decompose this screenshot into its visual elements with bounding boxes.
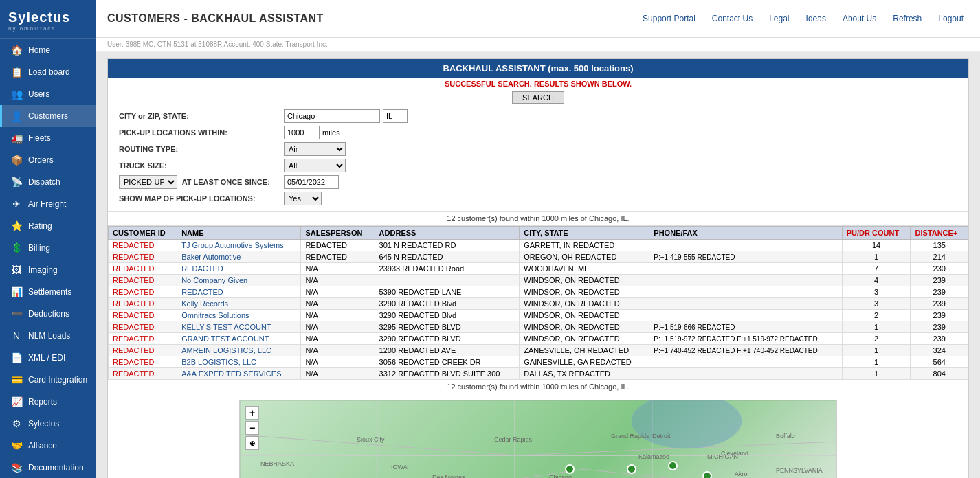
cell-name[interactable]: TJ Group Automotive Systems — [177, 240, 301, 251]
customer-id-link[interactable]: REDACTED — [113, 288, 155, 296]
sidebar-item-reports[interactable]: 📈Reports — [0, 391, 96, 413]
sidebar-label-dispatch: Dispatch — [28, 177, 60, 187]
sidebar-item-rating[interactable]: ⭐Rating — [0, 215, 96, 237]
nav-link-about[interactable]: About Us — [837, 11, 882, 26]
svg-rect-9 — [240, 400, 836, 478]
sidebar-item-billing[interactable]: 💲Billing — [0, 237, 96, 259]
sidebar-item-fleets[interactable]: 🚛Fleets — [0, 127, 96, 149]
routing-select[interactable]: Air Ground Any — [284, 142, 346, 156]
sidebar-item-cardintegration[interactable]: 💳Card Integration — [0, 369, 96, 391]
cell-id[interactable]: REDACTED — [109, 356, 177, 368]
customer-id-link[interactable]: REDACTED — [113, 264, 155, 273]
cell-id[interactable]: REDACTED — [109, 345, 177, 356]
sidebar-item-sylectus[interactable]: ⚙Sylectus — [0, 413, 96, 435]
sidebar-item-users[interactable]: 👥Users — [0, 83, 96, 105]
cell-name[interactable]: B2B LOGISTICS, LLC — [177, 356, 301, 368]
sidebar-item-xmledi[interactable]: 📄XML / EDI — [0, 347, 96, 369]
cell-name[interactable]: Kelly Records — [177, 298, 301, 310]
atleast-date-input[interactable] — [284, 175, 339, 189]
sidebar-item-alliance[interactable]: 🤝Alliance — [0, 435, 96, 457]
city-input[interactable] — [284, 109, 380, 123]
cell-id[interactable]: REDACTED — [109, 321, 177, 333]
cell-id[interactable]: REDACTED — [109, 251, 177, 263]
cell-id[interactable]: REDACTED — [109, 368, 177, 380]
customer-id-link[interactable]: REDACTED — [113, 311, 155, 319]
cell-phone — [649, 310, 842, 321]
cell-id[interactable]: REDACTED — [109, 298, 177, 310]
cell-id[interactable]: REDACTED — [109, 275, 177, 286]
th-phone: PHONE/FAX — [649, 227, 842, 240]
svg-text:Grand Rapids: Grand Rapids — [611, 433, 649, 440]
customer-id-link[interactable]: REDACTED — [113, 299, 155, 308]
cell-id[interactable]: REDACTED — [109, 240, 177, 251]
nav-link-legal[interactable]: Legal — [764, 11, 794, 26]
customer-name[interactable]: Kelly Records — [181, 299, 228, 308]
sidebar-item-deductions[interactable]: ➖Deductions — [0, 303, 96, 325]
cell-name[interactable]: AMREIN LOGISTICS, LLC — [177, 345, 301, 356]
cell-address: 1200 REDACTED AVE — [375, 345, 520, 356]
cell-id[interactable]: REDACTED — [109, 286, 177, 298]
cell-name[interactable]: A&A EXPEDITED SERVICES — [177, 368, 301, 380]
sidebar-item-imaging[interactable]: 🖼Imaging — [0, 259, 96, 281]
picked-up-select[interactable]: PICKED-UP — [119, 175, 177, 189]
sidebar-item-dispatch[interactable]: 📡Dispatch — [0, 171, 96, 193]
customer-name[interactable]: REDACTED — [181, 288, 223, 296]
nav-link-logout[interactable]: Logout — [933, 11, 969, 26]
nav-link-ideas[interactable]: Ideas — [801, 11, 832, 26]
sidebar-item-airfreight[interactable]: ✈Air Freight — [0, 193, 96, 215]
customer-id-link[interactable]: REDACTED — [113, 334, 155, 343]
customer-name[interactable]: TJ Group Automotive Systems — [181, 241, 284, 249]
map-pan-btn[interactable]: ⊕ — [245, 436, 259, 450]
cell-salesperson: N/A — [301, 310, 375, 321]
cell-distance: 239 — [911, 275, 968, 286]
customer-id-link[interactable]: REDACTED — [113, 369, 155, 378]
sidebar-label-cardintegration: Card Integration — [28, 375, 87, 385]
customer-name[interactable]: B2B LOGISTICS, LLC — [181, 358, 256, 366]
sidebar-item-customers[interactable]: 👤Customers — [0, 105, 96, 127]
customer-name[interactable]: No Company Given — [181, 276, 247, 284]
customer-id-link[interactable]: REDACTED — [113, 276, 155, 284]
customer-name[interactable]: REDACTED — [181, 264, 223, 273]
cell-name[interactable]: Omnitracs Solutions — [177, 310, 301, 321]
search-button[interactable]: SEARCH — [512, 91, 564, 104]
sidebar-item-documentation[interactable]: 📚Documentation — [0, 457, 96, 478]
cell-id[interactable]: REDACTED — [109, 310, 177, 321]
sidebar-item-home[interactable]: 🏠Home — [0, 39, 96, 61]
customer-name[interactable]: A&A EXPEDITED SERVICES — [181, 369, 281, 378]
customer-id-link[interactable]: REDACTED — [113, 241, 155, 249]
cell-name[interactable]: REDACTED — [177, 263, 301, 275]
cell-name[interactable]: KELLY'S TEST ACCOUNT — [177, 321, 301, 333]
state-input[interactable] — [383, 109, 408, 123]
map-zoom-in-btn[interactable]: + — [245, 406, 259, 420]
customer-name[interactable]: KELLY'S TEST ACCOUNT — [181, 323, 271, 331]
cell-id[interactable]: REDACTED — [109, 263, 177, 275]
sidebar-item-loadboard[interactable]: 📋Load board — [0, 61, 96, 83]
customer-id-link[interactable]: REDACTED — [113, 358, 155, 366]
customer-name[interactable]: Baker Automotive — [181, 253, 241, 261]
cell-name[interactable]: REDACTED — [177, 286, 301, 298]
customer-id-link[interactable]: REDACTED — [113, 323, 155, 331]
cell-name[interactable]: No Company Given — [177, 275, 301, 286]
pickup-input[interactable] — [284, 126, 320, 139]
cell-pu-count: 1 — [842, 345, 911, 356]
cell-name[interactable]: GRAND TEST ACCOUNT — [177, 333, 301, 345]
sidebar-item-settlements[interactable]: 📊Settlements — [0, 281, 96, 303]
customer-id-link[interactable]: REDACTED — [113, 253, 155, 261]
cell-pu-count: 2 — [842, 333, 911, 345]
customer-name[interactable]: Omnitracs Solutions — [181, 311, 249, 319]
nav-link-refresh[interactable]: Refresh — [887, 11, 927, 26]
map-zoom-out-btn[interactable]: − — [245, 421, 259, 435]
sidebar-label-settlements: Settlements — [28, 287, 71, 297]
sidebar-item-nlmloads[interactable]: NNLM Loads — [0, 325, 96, 347]
nav-link-contact[interactable]: Contact Us — [706, 11, 758, 26]
map-select[interactable]: Yes No — [284, 192, 322, 205]
truck-select[interactable]: All Van Flatbed Reefer — [284, 159, 346, 172]
customer-name[interactable]: AMREIN LOGISTICS, LLC — [181, 346, 271, 354]
sidebar-item-orders[interactable]: 📦Orders — [0, 149, 96, 171]
cell-name[interactable]: Baker Automotive — [177, 251, 301, 263]
cell-city-state: DALLAS, TX REDACTED — [520, 368, 649, 380]
cell-id[interactable]: REDACTED — [109, 333, 177, 345]
customer-name[interactable]: GRAND TEST ACCOUNT — [181, 334, 269, 343]
nav-link-support[interactable]: Support Portal — [637, 11, 701, 26]
customer-id-link[interactable]: REDACTED — [113, 346, 155, 354]
